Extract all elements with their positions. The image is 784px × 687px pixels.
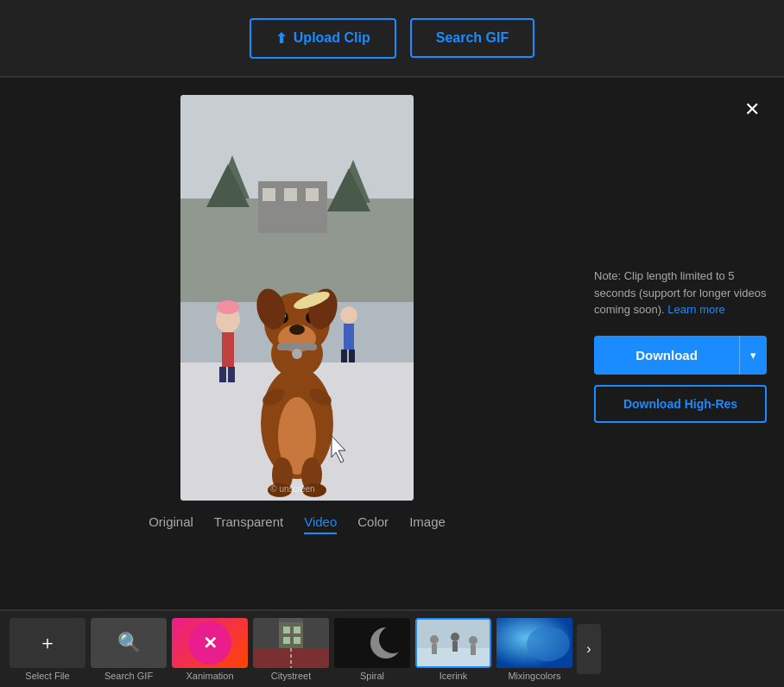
strip-thumb-icerink bbox=[415, 618, 491, 668]
svg-text:© unscreen: © unscreen bbox=[270, 484, 314, 494]
search-gif-label: Search GIF bbox=[436, 30, 509, 46]
svg-rect-64 bbox=[471, 645, 476, 655]
tab-original[interactable]: Original bbox=[149, 514, 193, 534]
spiral-svg bbox=[334, 618, 410, 668]
strip-label-xanimation: Xanimation bbox=[186, 671, 233, 681]
right-panel: ✕ Note: Clip length limited to 5 seconds… bbox=[594, 95, 767, 592]
svg-rect-10 bbox=[284, 188, 297, 201]
tab-video[interactable]: Video bbox=[304, 514, 337, 534]
svg-rect-9 bbox=[262, 188, 275, 201]
svg-point-17 bbox=[217, 300, 239, 314]
note-text: Note: Clip length limited to 5 seconds (… bbox=[594, 268, 767, 318]
svg-point-61 bbox=[451, 633, 459, 641]
tab-color[interactable]: Color bbox=[357, 514, 389, 534]
svg-rect-60 bbox=[432, 644, 437, 654]
preview-image: © unscreen bbox=[180, 95, 414, 501]
preview-image-container: © unscreen bbox=[180, 95, 414, 501]
svg-rect-49 bbox=[294, 627, 300, 633]
svg-rect-19 bbox=[344, 324, 354, 350]
strip-item-spiral[interactable]: Spiral bbox=[333, 618, 411, 681]
icerink-svg bbox=[417, 618, 490, 668]
top-bar: ⬆ Upload Clip Search GIF bbox=[0, 0, 784, 78]
chevron-right-icon: › bbox=[586, 641, 591, 657]
strip-item-icerink[interactable]: Icerink bbox=[414, 618, 492, 681]
main-content: © unscreen Original Transparent Video Co… bbox=[0, 78, 784, 609]
tab-image[interactable]: Image bbox=[409, 514, 446, 534]
svg-point-41 bbox=[292, 349, 302, 359]
upload-label: Upload Clip bbox=[294, 30, 370, 46]
chevron-down-icon: ▾ bbox=[750, 349, 756, 362]
strip-thumb-select: ＋ bbox=[9, 618, 85, 668]
download-group: Download ▾ bbox=[594, 336, 767, 375]
svg-rect-50 bbox=[283, 637, 290, 644]
svg-point-59 bbox=[430, 635, 439, 644]
strip-thumb-xanimation: ✕ bbox=[172, 618, 248, 668]
x-mark: ✕ bbox=[188, 621, 231, 665]
download-hires-button[interactable]: Download High-Res bbox=[594, 385, 767, 423]
strip-item-search-gif[interactable]: 🔍 Search GIF bbox=[90, 618, 168, 681]
strip-label-citystreet: Citystreet bbox=[271, 671, 311, 681]
mixingcolors-svg bbox=[496, 618, 572, 668]
search-gif-button[interactable]: Search GIF bbox=[410, 18, 534, 58]
strip-label-select: Select File bbox=[25, 671, 69, 681]
tab-transparent[interactable]: Transparent bbox=[214, 514, 283, 534]
svg-rect-47 bbox=[279, 622, 303, 648]
upload-clip-button[interactable]: ⬆ Upload Clip bbox=[250, 18, 396, 59]
svg-point-56 bbox=[379, 626, 407, 653]
svg-rect-20 bbox=[341, 350, 347, 362]
tabs-container: Original Transparent Video Color Image bbox=[149, 514, 446, 534]
strip-item-select-file[interactable]: ＋ Select File bbox=[9, 618, 86, 681]
svg-rect-15 bbox=[228, 367, 235, 382]
strip-thumb-spiral bbox=[334, 618, 410, 668]
svg-point-63 bbox=[469, 636, 477, 645]
upload-icon: ⬆ bbox=[275, 30, 287, 47]
svg-rect-51 bbox=[294, 637, 300, 644]
strip-thumb-citystreet bbox=[253, 618, 329, 668]
strip-next-button[interactable]: › bbox=[577, 624, 601, 674]
strip-item-citystreet[interactable]: Citystreet bbox=[252, 618, 330, 681]
strip-item-xanimation[interactable]: ✕ Xanimation bbox=[171, 618, 249, 681]
svg-rect-14 bbox=[219, 367, 226, 382]
svg-rect-21 bbox=[349, 350, 355, 362]
download-button[interactable]: Download bbox=[594, 336, 739, 375]
svg-rect-48 bbox=[283, 627, 290, 633]
close-button[interactable]: ✕ bbox=[737, 95, 767, 124]
search-icon: 🔍 bbox=[117, 632, 141, 654]
learn-more-link[interactable]: Learn more bbox=[667, 303, 724, 316]
strip-thumb-search: 🔍 bbox=[91, 618, 167, 668]
svg-point-33 bbox=[289, 325, 305, 335]
svg-point-66 bbox=[527, 627, 570, 661]
preview-area: © unscreen Original Transparent Video Co… bbox=[17, 95, 577, 592]
bottom-strip: ＋ Select File 🔍 Search GIF ✕ Xanimation bbox=[0, 609, 784, 687]
plus-icon: ＋ bbox=[38, 630, 57, 656]
download-arrow-button[interactable]: ▾ bbox=[739, 336, 767, 375]
svg-rect-13 bbox=[222, 332, 234, 367]
citystreet-svg bbox=[253, 618, 329, 668]
svg-rect-11 bbox=[306, 188, 319, 201]
strip-label-spiral: Spiral bbox=[360, 671, 384, 681]
strip-item-mixingcolors[interactable]: Mixingcolors bbox=[496, 618, 573, 681]
strip-label-search: Search GIF bbox=[104, 671, 153, 681]
svg-point-18 bbox=[340, 306, 357, 324]
svg-rect-62 bbox=[452, 641, 458, 652]
strip-label-mixingcolors: Mixingcolors bbox=[508, 671, 560, 681]
strip-thumb-mixingcolors bbox=[496, 618, 572, 668]
strip-label-icerink: Icerink bbox=[439, 671, 467, 681]
